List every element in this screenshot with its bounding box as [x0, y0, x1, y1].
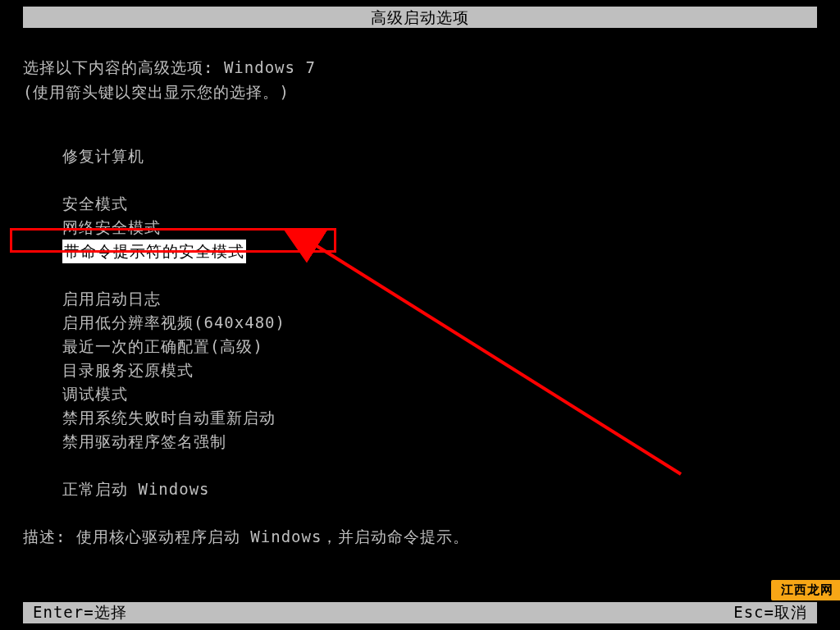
footer-enter-hint: Enter=选择 [33, 602, 127, 623]
footer-bar: Enter=选择 Esc=取消 [23, 602, 817, 623]
prompt-prefix: 选择以下内容的高级选项: [23, 58, 224, 76]
menu-item-low-res[interactable]: 启用低分辨率视频(640x480) [62, 311, 817, 335]
title-text: 高级启动选项 [371, 8, 469, 26]
os-name: Windows 7 [224, 58, 316, 76]
menu-item-last-known-good[interactable]: 最近一次的正确配置(高级) [62, 335, 817, 358]
prompt-line-2: (使用箭头键以突出显示您的选择。) [23, 82, 817, 103]
menu-item-safe-mode-cmd[interactable]: 带命令提示符的安全模式 [62, 240, 817, 263]
menu-item-boot-log[interactable]: 启用启动日志 [62, 287, 817, 311]
menu-item-disable-auto-restart[interactable]: 禁用系统失败时自动重新启动 [62, 406, 817, 430]
description-text: 使用核心驱动程序启动 Windows，并启动命令提示。 [76, 527, 470, 546]
menu-spacer [62, 263, 817, 287]
selected-item-text: 带命令提示符的安全模式 [62, 240, 246, 263]
menu-item-repair[interactable]: 修复计算机 [62, 144, 817, 168]
description-label: 描述: [23, 527, 76, 546]
watermark-badge: 江西龙网 [771, 580, 840, 600]
menu-item-normal-boot[interactable]: 正常启动 Windows [62, 477, 817, 501]
menu-item-disable-driver-sig[interactable]: 禁用驱动程序签名强制 [62, 430, 817, 454]
description-area: 描述: 使用核心驱动程序启动 Windows，并启动命令提示。 [23, 527, 469, 548]
prompt-line-1: 选择以下内容的高级选项: Windows 7 [23, 57, 817, 79]
boot-menu[interactable]: 修复计算机 安全模式 网络安全模式 带命令提示符的安全模式 启用启动日志 启用低… [62, 144, 817, 501]
content-area: 选择以下内容的高级选项: Windows 7 (使用箭头键以突出显示您的选择。)… [23, 57, 817, 501]
footer-esc-hint: Esc=取消 [733, 602, 807, 623]
menu-item-safe-mode-network[interactable]: 网络安全模式 [62, 216, 817, 240]
menu-item-safe-mode[interactable]: 安全模式 [62, 192, 817, 216]
menu-spacer [62, 454, 817, 477]
menu-item-debug[interactable]: 调试模式 [62, 382, 817, 406]
title-bar: 高级启动选项 [23, 7, 817, 28]
menu-item-ds-restore[interactable]: 目录服务还原模式 [62, 358, 817, 382]
menu-spacer [62, 168, 817, 192]
